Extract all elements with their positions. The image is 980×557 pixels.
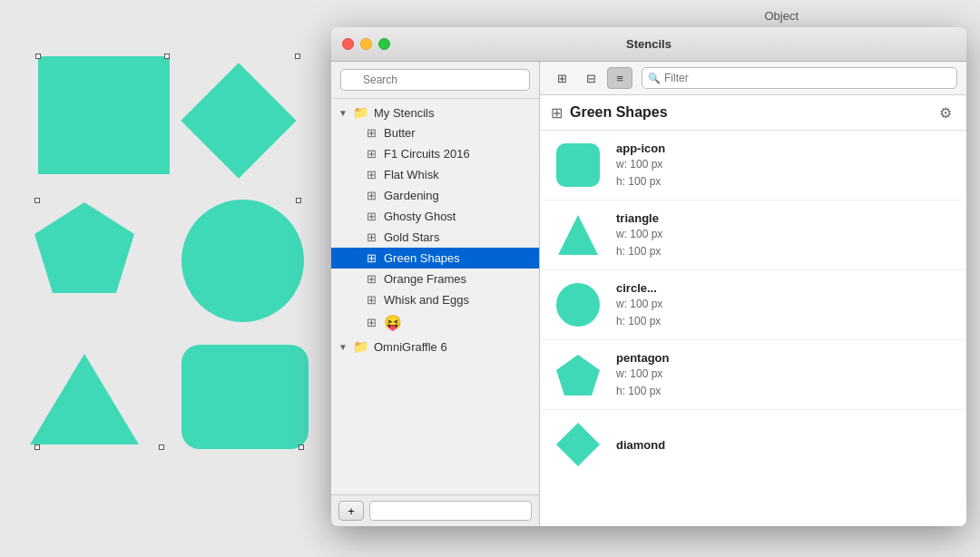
handle [35, 54, 41, 59]
shape-diamond [556, 423, 600, 466]
minimize-button[interactable] [360, 38, 372, 50]
list-info-triangle: triangle w: 100 px h: 100 px [616, 211, 662, 259]
main-panel: ⊞ ⊟ ≡ 🔍 ⊞ Green Shapes ⚙ [540, 62, 966, 526]
item-list: app-icon w: 100 px h: 100 px triangle w [540, 131, 966, 526]
list-info-circle: circle... w: 100 px h: 100 px [616, 281, 662, 329]
canvas-shape-pentagon [25, 198, 143, 298]
gear-button[interactable]: ⚙ [936, 103, 956, 122]
list-info-diamond: diamond [616, 438, 665, 452]
my-stencils-label: My Stencils [374, 106, 434, 120]
sidebar-item-orange-frames[interactable]: ⊞ Orange Frames [331, 269, 539, 289]
sidebar-bottom-input[interactable] [369, 501, 532, 521]
item-label-butter: Butter [384, 126, 416, 140]
sidebar-item-emoji[interactable]: ⊞ 😝 [331, 310, 539, 335]
svg-marker-1 [30, 354, 139, 445]
canvas-shape-triangle [25, 349, 143, 449]
shape-pentagon-svg [554, 352, 602, 397]
stencil-icon: ⊞ [364, 316, 378, 329]
thumb-diamond [551, 417, 605, 472]
handle [164, 54, 170, 59]
sidebar-item-whisk-eggs[interactable]: ⊞ Whisk and Eggs [331, 289, 539, 310]
search-wrap: 🔍 [340, 69, 530, 91]
item-detail-pentagon-w: w: 100 px [616, 366, 670, 382]
filter-input[interactable] [642, 67, 957, 89]
add-button[interactable]: + [338, 501, 364, 521]
icons-view-icon: ⊟ [586, 72, 596, 85]
item-label-gold-stars: Gold Stars [384, 230, 439, 244]
grid-view-icon: ⊞ [557, 72, 567, 85]
thumb-app-icon [551, 138, 605, 192]
canvas-shape-rounded [181, 345, 309, 449]
panel-header-icon: ⊞ [551, 104, 563, 122]
window-title: Stencils [626, 37, 671, 51]
filter-search-icon: 🔍 [648, 73, 661, 84]
thumb-circle [551, 278, 605, 332]
sidebar-item-flat-whisk[interactable]: ⊞ Flat Whisk [331, 164, 539, 185]
close-button[interactable] [342, 38, 354, 50]
stencil-icon: ⊞ [364, 210, 378, 223]
folder-icon: 📁 [353, 339, 368, 354]
handle [159, 445, 164, 450]
stencil-icon: ⊞ [364, 230, 378, 244]
item-name-circle: circle... [616, 281, 662, 295]
search-input[interactable] [340, 69, 530, 91]
item-detail-triangle-h: h: 100 px [616, 243, 662, 259]
sidebar-item-butter[interactable]: ⊞ Butter [331, 122, 539, 143]
sidebar-tree: ▼ 📁 My Stencils ⊞ Butter ⊞ F1 Circuits 2… [331, 99, 539, 494]
list-item-app-icon[interactable]: app-icon w: 100 px h: 100 px [540, 131, 966, 200]
stencil-icon: ⊞ [364, 251, 378, 265]
list-item-circle[interactable]: circle... w: 100 px h: 100 px [540, 270, 966, 340]
item-label-flat-whisk: Flat Whisk [384, 168, 439, 181]
panel-header: ⊞ Green Shapes ⚙ [540, 95, 966, 131]
omnigraffle-header[interactable]: ▼ 📁 OmniGraffle 6 [331, 337, 539, 357]
list-item-diamond[interactable]: diamond [540, 410, 966, 479]
sidebar-bottom: + [331, 494, 539, 526]
my-stencils-section: ▼ 📁 My Stencils ⊞ Butter ⊞ F1 Circuits 2… [331, 103, 539, 335]
thumb-triangle [551, 208, 605, 262]
list-item-triangle[interactable]: triangle w: 100 px h: 100 px [540, 200, 966, 270]
disclosure-triangle: ▼ [338, 108, 349, 118]
view-icons-btn[interactable]: ⊟ [578, 67, 603, 89]
stencil-icon: ⊞ [364, 168, 378, 181]
canvas-shape-circle [181, 200, 304, 322]
stencil-icon: ⊞ [364, 189, 378, 202]
sidebar-item-green-shapes[interactable]: ⊞ Green Shapes [331, 248, 539, 269]
my-stencils-header[interactable]: ▼ 📁 My Stencils [331, 103, 539, 122]
omnigraffle-label: OmniGraffle 6 [374, 340, 447, 354]
shape-triangle-svg [556, 211, 600, 259]
gear-icon: ⚙ [939, 104, 952, 122]
list-item-pentagon[interactable]: pentagon w: 100 px h: 100 px [540, 340, 966, 410]
plus-icon: + [348, 504, 355, 518]
disclosure-triangle: ▼ [338, 342, 349, 352]
item-detail-pentagon-h: h: 100 px [616, 383, 670, 399]
panel-toolbar: ⊞ ⊟ ≡ 🔍 [540, 62, 966, 95]
handle [296, 198, 301, 203]
maximize-button[interactable] [378, 38, 390, 50]
stencil-icon: ⊞ [364, 272, 378, 286]
sidebar-item-ghosty-ghost[interactable]: ⊞ Ghosty Ghost [331, 206, 539, 227]
list-view-icon: ≡ [616, 72, 623, 85]
svg-marker-2 [558, 215, 598, 255]
sidebar-item-gold-stars[interactable]: ⊞ Gold Stars [331, 227, 539, 248]
svg-marker-0 [34, 202, 134, 293]
item-detail-circle-h: h: 100 px [616, 313, 662, 329]
item-detail-app-icon-h: h: 100 px [616, 173, 665, 190]
titlebar: Stencils [331, 27, 966, 62]
item-label-orange-frames: Orange Frames [384, 272, 466, 286]
handle [295, 54, 300, 59]
folder-icon: 📁 [353, 105, 368, 120]
canvas-shape-square [38, 56, 170, 174]
sidebar-item-gardening[interactable]: ⊞ Gardening [331, 185, 539, 206]
item-label-whisk-eggs: Whisk and Eggs [384, 293, 469, 307]
stencil-icon: ⊞ [364, 293, 378, 307]
svg-marker-3 [556, 355, 600, 396]
item-label-green-shapes: Green Shapes [384, 251, 460, 265]
stencil-icon: ⊞ [364, 147, 378, 161]
view-grid-btn[interactable]: ⊞ [549, 67, 574, 89]
item-name-app-icon: app-icon [616, 142, 665, 155]
top-menu-hint: Object [764, 9, 799, 23]
list-info-pentagon: pentagon w: 100 px h: 100 px [616, 351, 670, 399]
view-list-btn[interactable]: ≡ [607, 67, 632, 89]
stencil-icon: ⊞ [364, 126, 378, 140]
sidebar-item-f1[interactable]: ⊞ F1 Circuits 2016 [331, 143, 539, 164]
